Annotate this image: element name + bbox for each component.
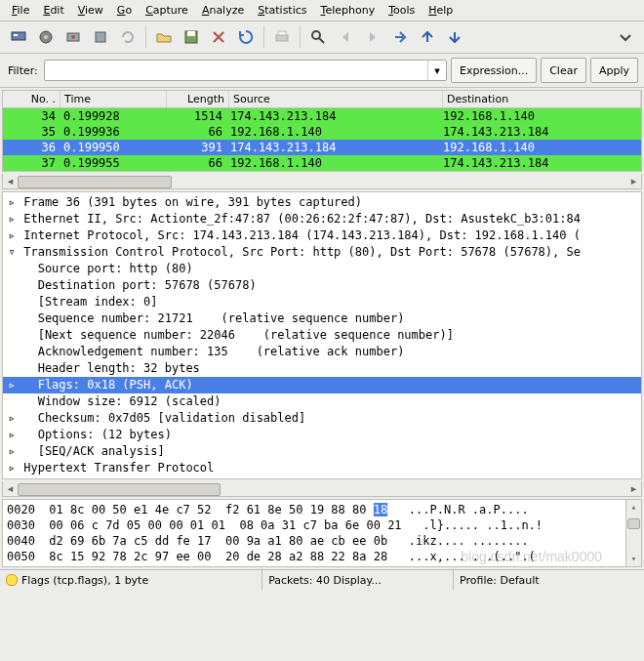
col-time[interactable]: Time bbox=[60, 91, 167, 107]
filter-toolbar: Filter: ▾ Expression... Clear Apply bbox=[0, 54, 644, 88]
open-icon[interactable] bbox=[151, 24, 177, 50]
menubar: FileEditViewGoCaptureAnalyzeStatisticsTe… bbox=[0, 0, 644, 21]
packet-bytes[interactable]: 0020 01 8c 00 50 e1 4e c7 52 f2 61 8e 50… bbox=[2, 499, 642, 567]
col-no[interactable]: No. . bbox=[3, 91, 60, 107]
scroll-left-icon[interactable]: ◂ bbox=[3, 175, 18, 187]
menu-edit[interactable]: Edit bbox=[37, 2, 69, 19]
packet-list[interactable]: No. . Time Length Source Destination 340… bbox=[2, 90, 642, 172]
svg-point-11 bbox=[312, 31, 320, 39]
scroll-right-icon[interactable]: ▸ bbox=[626, 175, 641, 187]
go-back-icon bbox=[333, 24, 358, 50]
tree-item[interactable]: ▹ Hypertext Transfer Protocol bbox=[3, 460, 641, 476]
tree-item[interactable]: ▹ Internet Protocol, Src: 174.143.213.18… bbox=[3, 227, 641, 244]
menu-capture[interactable]: Capture bbox=[140, 2, 194, 19]
tree-item[interactable]: ▹ Ethernet II, Src: Actionte_2f:47:87 (0… bbox=[3, 211, 641, 227]
svg-point-5 bbox=[71, 35, 75, 39]
start-capture-icon[interactable] bbox=[60, 24, 86, 50]
go-first-icon[interactable] bbox=[415, 24, 440, 50]
status-profile[interactable]: Profile: Default bbox=[454, 570, 644, 590]
menu-view[interactable]: View bbox=[72, 2, 109, 19]
svg-rect-6 bbox=[96, 32, 105, 42]
table-row[interactable]: 350.19993666192.168.1.140174.143.213.184 bbox=[3, 124, 641, 140]
menu-tools[interactable]: Tools bbox=[382, 2, 421, 19]
stop-capture-icon[interactable] bbox=[88, 24, 113, 50]
close-icon[interactable] bbox=[206, 24, 231, 50]
status-packets: Packets: 40 Display... bbox=[262, 570, 454, 590]
go-last-icon[interactable] bbox=[442, 24, 467, 50]
tree-item[interactable]: ▹ Checksum: 0x7d05 [validation disabled] bbox=[3, 410, 641, 427]
svg-rect-1 bbox=[14, 34, 18, 36]
tree-item[interactable]: Header length: 32 bytes bbox=[3, 360, 641, 377]
expression-button[interactable]: Expression... bbox=[451, 58, 537, 83]
save-icon[interactable] bbox=[179, 24, 204, 50]
main-toolbar bbox=[0, 21, 644, 54]
menu-analyze[interactable]: Analyze bbox=[196, 2, 250, 19]
filter-label: Filter: bbox=[6, 64, 40, 77]
tree-item[interactable]: ▹ Frame 36 (391 bytes on wire, 391 bytes… bbox=[3, 194, 641, 211]
toolbar-overflow-icon[interactable] bbox=[613, 24, 638, 50]
tree-item[interactable]: [Stream index: 0] bbox=[3, 294, 641, 310]
packet-bytes-vscrollbar[interactable]: ▴ ▾ bbox=[625, 500, 641, 566]
go-to-icon[interactable] bbox=[387, 24, 413, 50]
apply-button[interactable]: Apply bbox=[590, 58, 638, 83]
hex-line[interactable]: 0040 d2 69 6b 7a c5 dd fe 17 00 9a a1 80… bbox=[7, 533, 637, 549]
scroll-right-icon[interactable]: ▸ bbox=[626, 482, 641, 495]
col-length[interactable]: Length bbox=[167, 91, 229, 107]
svg-point-3 bbox=[44, 35, 48, 39]
menu-file[interactable]: File bbox=[6, 2, 35, 19]
svg-rect-9 bbox=[276, 35, 288, 41]
col-source[interactable]: Source bbox=[229, 91, 443, 107]
menu-telephony[interactable]: Telephony bbox=[315, 2, 382, 19]
svg-rect-10 bbox=[278, 31, 286, 35]
print-icon bbox=[269, 24, 295, 50]
packet-list-hscrollbar[interactable]: ◂ ▸ bbox=[2, 174, 642, 189]
table-row[interactable]: 360.199950391174.143.213.184192.168.1.14… bbox=[3, 140, 641, 155]
interfaces-icon[interactable] bbox=[6, 24, 31, 50]
menu-statistics[interactable]: Statistics bbox=[252, 2, 312, 19]
find-icon[interactable] bbox=[305, 24, 331, 50]
menu-help[interactable]: Help bbox=[423, 2, 459, 19]
table-row[interactable]: 340.1999281514174.143.213.184192.168.1.1… bbox=[3, 108, 641, 124]
tree-item[interactable]: Sequence number: 21721 (relative sequenc… bbox=[3, 310, 641, 327]
hex-line[interactable]: 0030 00 06 c 7d 05 00 00 01 01 08 0a 31 … bbox=[7, 517, 637, 533]
packet-details-hscrollbar[interactable]: ◂ ▸ bbox=[2, 481, 642, 497]
table-row[interactable]: 370.19995566192.168.1.140174.143.213.184 bbox=[3, 155, 641, 171]
col-destination[interactable]: Destination bbox=[443, 91, 641, 107]
filter-combo[interactable]: ▾ bbox=[44, 60, 447, 81]
tree-item[interactable]: ▿ Transmission Control Protocol, Src Por… bbox=[3, 244, 641, 261]
hex-line[interactable]: 0020 01 8c 00 50 e1 4e c7 52 f2 61 8e 50… bbox=[7, 502, 637, 517]
restart-capture-icon bbox=[115, 24, 141, 50]
filter-input[interactable] bbox=[45, 61, 427, 80]
svg-rect-8 bbox=[187, 31, 195, 36]
packet-details-tree[interactable]: ▹ Frame 36 (391 bytes on wire, 391 bytes… bbox=[2, 191, 642, 479]
clear-button[interactable]: Clear bbox=[541, 58, 586, 83]
tree-item[interactable]: Acknowledgement number: 135 (relative ac… bbox=[3, 344, 641, 360]
tree-item[interactable]: ▹ [SEQ/ACK analysis] bbox=[3, 443, 641, 460]
status-field-info: Flags (tcp.flags), 1 byte bbox=[0, 570, 262, 590]
tree-item[interactable]: ▹ Options: (12 bytes) bbox=[3, 427, 641, 443]
reload-icon[interactable] bbox=[233, 24, 259, 50]
filter-dropdown-icon[interactable]: ▾ bbox=[427, 61, 446, 80]
options-icon[interactable] bbox=[33, 24, 59, 50]
expert-led-icon[interactable] bbox=[6, 574, 18, 586]
scroll-down-icon[interactable]: ▾ bbox=[626, 552, 641, 566]
tree-item[interactable]: Destination port: 57678 (57678) bbox=[3, 277, 641, 294]
scroll-up-icon[interactable]: ▴ bbox=[626, 500, 641, 515]
go-forward-icon bbox=[360, 24, 385, 50]
tree-item[interactable]: Window size: 6912 (scaled) bbox=[3, 393, 641, 410]
hex-line[interactable]: 0050 8c 15 92 78 2c 97 ee 00 20 de 28 a2… bbox=[7, 549, 637, 564]
tree-item[interactable]: ▹ Flags: 0x18 (PSH, ACK) bbox=[3, 377, 641, 393]
status-bar: Flags (tcp.flags), 1 byte Packets: 40 Di… bbox=[0, 569, 644, 590]
scroll-left-icon[interactable]: ◂ bbox=[3, 482, 18, 495]
tree-item[interactable]: Source port: http (80) bbox=[3, 261, 641, 277]
menu-go[interactable]: Go bbox=[111, 2, 138, 19]
tree-item[interactable]: [Next sequence number: 22046 (relative s… bbox=[3, 327, 641, 344]
packet-list-header[interactable]: No. . Time Length Source Destination bbox=[3, 91, 641, 108]
